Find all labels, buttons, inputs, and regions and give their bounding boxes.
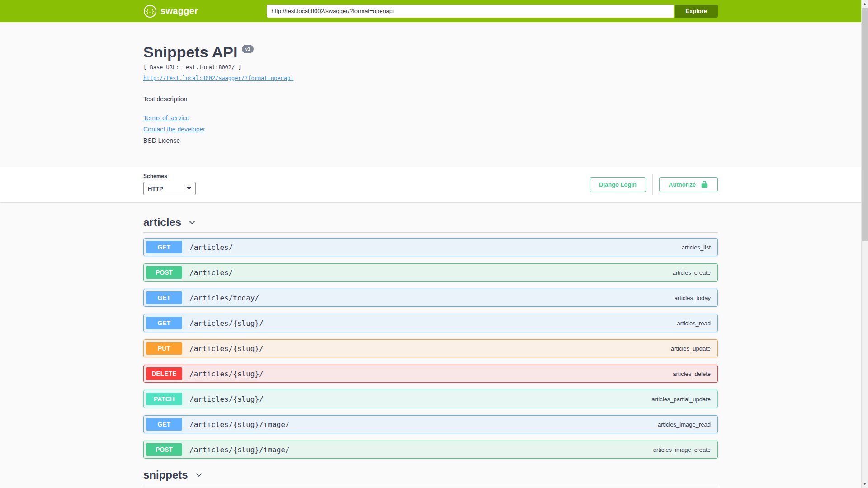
operation-path: /articles/{slug}/ xyxy=(189,319,264,328)
swagger-page: {…} swagger Explore Snippets API v1 [ Ba… xyxy=(0,0,861,488)
scrollbar-down-icon[interactable]: ▼ xyxy=(862,480,868,488)
method-badge: GET xyxy=(146,418,182,431)
unlock-icon xyxy=(700,180,708,188)
tag-title: articles xyxy=(143,216,181,229)
tag-section-snippets: snippets GET /snippets/ snippets_list xyxy=(143,467,718,488)
django-login-button[interactable]: Django Login xyxy=(590,177,646,192)
version-badge: v1 xyxy=(242,45,253,53)
method-badge: PATCH xyxy=(146,393,182,405)
chevron-down-icon xyxy=(187,187,191,190)
method-badge: DELETE xyxy=(146,367,182,380)
schemes-group: Schemes HTTP xyxy=(143,173,196,195)
operation-id: articles_create xyxy=(672,269,715,276)
operation-id: articles_image_read xyxy=(658,421,715,428)
swagger-logo-icon: {…} xyxy=(143,5,157,18)
schemes-selected-value: HTTP xyxy=(148,185,163,192)
opblock-articles-update[interactable]: PUT /articles/{slug}/ articles_update xyxy=(143,339,718,357)
method-badge: GET xyxy=(146,291,182,304)
operation-path: /articles/today/ xyxy=(189,294,259,302)
chevron-down-icon xyxy=(194,470,203,479)
contact-developer-link[interactable]: Contact the developer xyxy=(143,126,205,133)
authorize-button[interactable]: Authorize xyxy=(659,177,718,192)
authorize-label: Authorize xyxy=(669,181,696,188)
operation-path: /articles/ xyxy=(189,268,233,277)
api-info-section: Snippets API v1 [ Base URL: test.local:8… xyxy=(0,22,861,167)
method-badge: GET xyxy=(146,241,182,253)
download-url-wrapper: Explore xyxy=(267,5,718,18)
opblock-articles-image-read[interactable]: GET /articles/{slug}/image/ articles_ima… xyxy=(143,415,718,433)
license-text: BSD License xyxy=(143,137,718,144)
spec-link[interactable]: http://test.local:8002/swagger/?format=o… xyxy=(143,75,293,81)
topbar: {…} swagger Explore xyxy=(0,0,861,22)
operation-id: articles_list xyxy=(682,244,715,251)
method-badge: POST xyxy=(146,443,182,456)
opblock-articles-image-create[interactable]: POST /articles/{slug}/image/ articles_im… xyxy=(143,441,718,459)
opblock-articles-list[interactable]: GET /articles/ articles_list xyxy=(143,238,718,256)
page-title: Snippets API xyxy=(143,44,237,61)
operation-id: articles_today xyxy=(675,295,715,301)
operation-id: articles_image_create xyxy=(653,446,715,453)
operation-path: /articles/ xyxy=(189,243,233,252)
opblock-articles-partial-update[interactable]: PATCH /articles/{slug}/ articles_partial… xyxy=(143,390,718,408)
operations-container: articles GET /articles/ articles_list PO… xyxy=(0,202,861,488)
api-description: Test description xyxy=(143,95,718,103)
auth-wrapper: Django Login Authorize xyxy=(590,174,718,195)
tag-header-articles[interactable]: articles xyxy=(143,214,718,233)
swagger-logo: {…} swagger xyxy=(143,5,198,18)
operation-path: /articles/{slug}/ xyxy=(189,395,264,404)
operation-id: articles_partial_update xyxy=(651,396,715,403)
operation-id: articles_delete xyxy=(673,371,715,377)
schemes-label: Schemes xyxy=(143,173,196,179)
page-title-row: Snippets API v1 xyxy=(143,44,718,61)
tag-section-articles: articles GET /articles/ articles_list PO… xyxy=(143,214,718,459)
operation-path: /articles/{slug}/image/ xyxy=(189,420,290,429)
scrollbar-up-icon[interactable]: ▲ xyxy=(862,0,868,8)
spec-url-input[interactable] xyxy=(267,5,674,18)
schemes-select[interactable]: HTTP xyxy=(143,182,196,195)
operation-id: articles_read xyxy=(677,320,715,327)
svg-text:{…}: {…} xyxy=(146,9,154,14)
scheme-section: Schemes HTTP Django Login Authorize xyxy=(0,167,861,202)
opblock-articles-delete[interactable]: DELETE /articles/{slug}/ articles_delete xyxy=(143,365,718,383)
auth-divider xyxy=(652,174,653,195)
operation-id: articles_update xyxy=(671,345,715,352)
operation-path: /articles/{slug}/ xyxy=(189,370,264,378)
operation-path: /articles/{slug}/ xyxy=(189,344,264,353)
logo-title: swagger xyxy=(160,6,198,16)
opblock-articles-read[interactable]: GET /articles/{slug}/ articles_read xyxy=(143,314,718,332)
method-badge: PUT xyxy=(146,342,182,355)
explore-button[interactable]: Explore xyxy=(675,5,718,18)
scrollbar-thumb[interactable] xyxy=(862,8,868,241)
django-login-label: Django Login xyxy=(599,181,637,188)
opblock-articles-create[interactable]: POST /articles/ articles_create xyxy=(143,263,718,282)
operation-path: /articles/{slug}/image/ xyxy=(189,446,290,454)
method-badge: POST xyxy=(146,266,182,279)
base-url: [ Base URL: test.local:8002/ ] xyxy=(143,64,718,70)
tag-header-snippets[interactable]: snippets xyxy=(143,467,718,485)
opblock-articles-today[interactable]: GET /articles/today/ articles_today xyxy=(143,289,718,307)
tag-title: snippets xyxy=(143,469,188,481)
method-badge: GET xyxy=(146,317,182,329)
scrollbar[interactable]: ▲ ▼ xyxy=(861,0,868,488)
terms-of-service-link[interactable]: Terms of service xyxy=(143,114,189,122)
chevron-down-icon xyxy=(188,218,197,227)
